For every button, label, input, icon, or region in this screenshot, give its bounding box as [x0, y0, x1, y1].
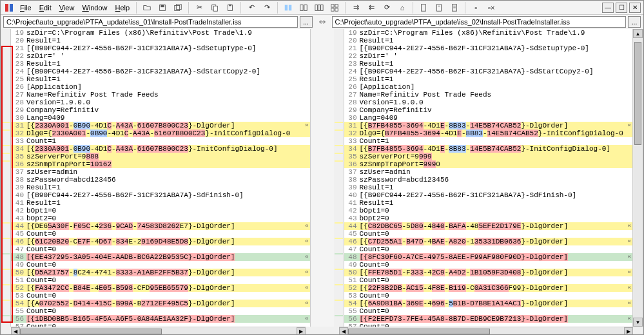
tool-b-icon[interactable]: ▫×: [484, 1, 498, 14]
code-line[interactable]: 24[{B90FC944-2E27-4556-B62F-31CF321ABA7A…: [11, 68, 310, 75]
code-line[interactable]: 44[{C82DBC65-5D80-4840-BAFA-485EFE2D179E…: [344, 222, 633, 230]
diffbar-tick[interactable]: [1, 238, 10, 239]
doc2-icon[interactable]: [432, 1, 446, 14]
code-line[interactable]: 54[{6A9D81BA-369E-4696-5B1B-D7B8E1A14AC1…: [344, 300, 633, 307]
code-line[interactable]: 49Count=0: [344, 261, 633, 269]
diffbar-tick[interactable]: [1, 222, 10, 224]
scroll-right-button[interactable]: ▶: [297, 327, 306, 335]
tool-a-icon[interactable]: ▫: [469, 1, 483, 14]
code-line[interactable]: 51Count=0: [344, 276, 633, 284]
code-line[interactable]: 44[{DE65A30F-F05C-4236-9CAD-74583D8262E7…: [11, 222, 310, 230]
hscroll-thumb[interactable]: [348, 329, 490, 334]
code-line[interactable]: 29Company=Refinitiv: [11, 106, 310, 114]
diffbar-tick[interactable]: [1, 122, 10, 123]
scroll-thumb[interactable]: [634, 42, 641, 145]
code-line[interactable]: 20Result=1: [11, 37, 310, 44]
code-line[interactable]: 41Result=1: [11, 199, 310, 207]
left-diffbar[interactable]: [1, 29, 11, 327]
code-line[interactable]: 45Count=0: [344, 230, 633, 238]
code-line[interactable]: 43bOpt2=0: [344, 215, 633, 222]
code-line[interactable]: 50[{D5A21757-8C24-4741-8333-A1ABF2FF5B37…: [11, 269, 310, 276]
cut-icon[interactable]: ✂: [192, 1, 206, 14]
code-line[interactable]: 47Count=0: [344, 245, 633, 253]
code-line[interactable]: 52[{FA3472CC-B84E-4E05-B598-CFD95EB65579…: [11, 284, 310, 292]
view4-icon[interactable]: [327, 1, 342, 14]
menu-view[interactable]: View: [55, 3, 79, 13]
menu-edit[interactable]: Edit: [35, 3, 55, 13]
left-hscroll[interactable]: ◀ ▶: [11, 327, 306, 335]
refresh-icon[interactable]: ⟳: [380, 1, 394, 14]
close-button[interactable]: ✕: [629, 3, 641, 13]
code-line[interactable]: 25Result=1: [11, 75, 310, 83]
merge-icon[interactable]: [297, 1, 311, 14]
code-line[interactable]: 30Lang=0409: [344, 114, 633, 122]
code-line[interactable]: 26[Application]: [11, 83, 310, 91]
code-line[interactable]: 33Count=1: [11, 137, 310, 145]
code-line[interactable]: 46[{C7D255A1-B47D-4BAE-A820-135331DB0636…: [344, 238, 633, 245]
code-line[interactable]: 36szSnmpTrapPort=10162: [11, 160, 310, 168]
code-line[interactable]: 54[{A0702552-D414-415C-B99A-B2712EF495C5…: [11, 300, 310, 307]
code-line[interactable]: 55Count=0: [11, 307, 310, 315]
diffbar-tick[interactable]: [1, 284, 10, 285]
diffbar-tick[interactable]: [1, 253, 10, 254]
code-line[interactable]: 29Company=Refinitiv: [344, 106, 633, 114]
code-line[interactable]: 32Dlg0={B7FB4855-3694-4D1E-8B83-14E5B74C…: [344, 129, 633, 137]
right-hscroll[interactable]: ◀ ▶: [339, 327, 634, 335]
open-icon[interactable]: [140, 1, 154, 14]
diffbar-tick[interactable]: [335, 284, 343, 285]
diffbar-tick[interactable]: [1, 300, 10, 301]
diffbar-tick[interactable]: [335, 122, 343, 123]
left-code[interactable]: 19szDir=C:\Program Files (x86)\Refinitiv…: [11, 29, 310, 327]
view3-icon[interactable]: [312, 1, 326, 14]
code-line[interactable]: 23Result=1: [11, 60, 310, 68]
hscroll-thumb[interactable]: [20, 329, 162, 334]
doc1-icon[interactable]: [416, 1, 431, 14]
code-line[interactable]: 34[{B7FB4855-3694-4D1E-8B83-14E5B74CAB52…: [344, 145, 633, 153]
code-line[interactable]: 42bOpt1=0: [344, 207, 633, 215]
code-line[interactable]: 37szUser=admin: [11, 168, 310, 176]
code-line[interactable]: 47Count=0: [11, 245, 310, 253]
code-line[interactable]: 41Result=1: [344, 199, 633, 207]
home-icon[interactable]: ⌂: [395, 1, 409, 14]
right-code[interactable]: 19szDir=C:\Program Files (x86)\Refinitiv…: [344, 29, 633, 327]
code-line[interactable]: 52[{22F3B2DB-AC15-4F8E-B119-C0A31C366F99…: [344, 284, 633, 292]
diffbar-tick[interactable]: [335, 315, 343, 316]
code-line[interactable]: 24[{B90FC944-2E27-4556-B62F-31CF321ABA7A…: [344, 68, 633, 75]
left-path-input[interactable]: C:\Project\auto_upgrade\PTFA_update\iss_…: [3, 16, 298, 28]
code-line[interactable]: 23Result=1: [344, 60, 633, 68]
vertical-scrollbar[interactable]: ▲ ▼: [632, 29, 643, 327]
code-line[interactable]: 22szDir=' ': [11, 52, 310, 60]
code-line[interactable]: 40[{B90FC944-2E27-4556-B62F-31CF321ABA7A…: [11, 191, 310, 199]
scroll-down-button[interactable]: ▼: [633, 318, 643, 327]
code-line[interactable]: 26[Application]: [344, 83, 633, 91]
code-line[interactable]: 43bOpt2=0: [11, 215, 310, 222]
copy-left-icon[interactable]: ⇇: [364, 1, 378, 14]
code-line[interactable]: 31[{2330A001-0B90-4D1C-A43A-61607B800C23…: [11, 122, 310, 129]
compare-icon[interactable]: [281, 1, 295, 14]
right-browse-button[interactable]: ...: [628, 16, 641, 28]
code-line[interactable]: 48[{8FC30F60-A7CE-4975-8AEE-F99AF980F90D…: [344, 253, 633, 261]
diffbar-tick[interactable]: [335, 238, 343, 239]
menu-file[interactable]: File: [16, 3, 35, 13]
code-line[interactable]: 31[{B7FB4855-3694-4D1E-8B83-14E5B74CAB52…: [344, 122, 633, 129]
code-line[interactable]: 38szPassword=abcd123456: [344, 176, 633, 184]
code-line[interactable]: 30Lang=0409: [11, 114, 310, 122]
code-line[interactable]: 56[{1DBD0BB5-B165-4F5A-A6F5-0A84AE1AA32F…: [11, 315, 310, 323]
left-browse-button[interactable]: ...: [300, 16, 313, 28]
undo-icon[interactable]: ↶: [244, 1, 259, 14]
code-line[interactable]: 27Name=Refinitiv Post Trade Feeds: [11, 91, 310, 99]
code-line[interactable]: 39Result=1: [344, 184, 633, 191]
code-line[interactable]: 34[{2330A001-0B90-4D1C-A43A-61607B800C23…: [11, 145, 310, 153]
code-line[interactable]: 20Result=1: [344, 37, 633, 44]
diffbar-tick[interactable]: [1, 269, 10, 270]
save-all-icon[interactable]: [171, 1, 185, 14]
diffbar-tick[interactable]: [335, 300, 343, 301]
scroll-right-button[interactable]: ▶: [624, 327, 633, 335]
code-line[interactable]: 35szServerPort=9999: [344, 153, 633, 160]
code-line[interactable]: 32Dlg0={2330A001-0B90-4D1C-A43A-61607B80…: [11, 129, 310, 137]
code-line[interactable]: 55Count=0: [344, 307, 633, 315]
code-line[interactable]: 50[{FFE785D1-F333-42C9-A4D2-1B1059F3D408…: [344, 269, 633, 276]
diffbar-tick[interactable]: [1, 145, 10, 146]
code-line[interactable]: 48[{EE437295-3A05-404E-AADB-BC6A22B9535C…: [11, 253, 310, 261]
code-line[interactable]: 28Version=1.9.0.0: [11, 99, 310, 106]
